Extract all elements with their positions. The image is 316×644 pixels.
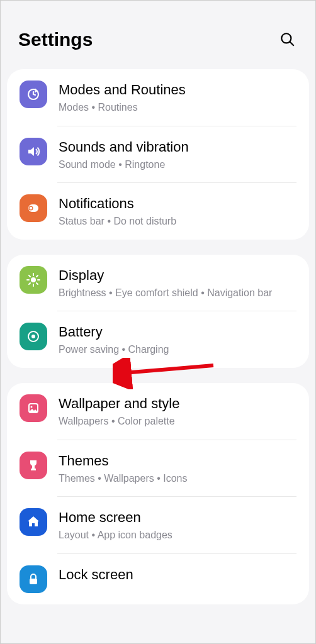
item-text: Battery Power saving • Charging [59, 323, 296, 357]
item-title: Lock screen [59, 567, 296, 583]
settings-item-wallpaper[interactable]: Wallpaper and style Wallpapers • Color p… [7, 383, 309, 440]
item-subtitle: Power saving • Charging [59, 343, 296, 357]
svg-point-18 [31, 406, 33, 408]
svg-line-11 [29, 275, 30, 277]
svg-line-12 [37, 283, 38, 284]
item-title: Themes [59, 453, 296, 469]
item-text: Home screen Layout • App icon badges [59, 508, 296, 542]
item-text: Wallpaper and style Wallpapers • Color p… [59, 394, 296, 428]
item-text: Modes and Routines Modes • Routines [59, 80, 296, 114]
item-subtitle: Sound mode • Ringtone [59, 158, 296, 172]
item-title: Display [59, 267, 296, 284]
settings-item-homescreen[interactable]: Home screen Layout • App icon badges [7, 497, 309, 553]
item-title: Sounds and vibration [59, 139, 296, 155]
item-text: Lock screen [59, 565, 296, 586]
lock-icon [20, 565, 47, 593]
home-icon [20, 508, 47, 536]
item-text: Notifications Status bar • Do not distur… [59, 194, 296, 228]
svg-rect-19 [30, 579, 37, 584]
modes-icon [20, 80, 47, 108]
svg-point-6 [31, 277, 36, 282]
themes-icon [20, 452, 47, 479]
item-title: Home screen [59, 509, 296, 526]
battery-icon [20, 323, 47, 350]
settings-item-modes[interactable]: Modes and Routines Modes • Routines [7, 69, 309, 126]
settings-group: Wallpaper and style Wallpapers • Color p… [7, 383, 309, 604]
settings-item-notifications[interactable]: Notifications Status bar • Do not distur… [7, 183, 309, 240]
item-subtitle: Status bar • Do not disturb [59, 214, 296, 228]
item-subtitle: Wallpapers • Color palette [59, 414, 296, 428]
svg-point-16 [31, 335, 35, 338]
svg-line-13 [29, 283, 30, 284]
item-title: Notifications [59, 196, 296, 212]
settings-group: Display Brightness • Eye comfort shield … [7, 255, 309, 368]
settings-item-display[interactable]: Display Brightness • Eye comfort shield … [7, 255, 309, 311]
page-title: Settings [18, 29, 93, 50]
settings-item-themes[interactable]: Themes Themes • Wallpapers • Icons [7, 440, 309, 497]
notifications-icon [20, 194, 47, 222]
settings-screen: Settings Modes and Routines Modes • Rout… [1, 1, 315, 643]
wallpaper-icon [20, 394, 47, 422]
item-text: Sounds and vibration Sound mode • Ringto… [59, 138, 296, 172]
settings-group: Modes and Routines Modes • Routines Soun… [7, 69, 309, 240]
settings-item-sounds[interactable]: Sounds and vibration Sound mode • Ringto… [7, 126, 309, 183]
search-icon [279, 31, 296, 48]
item-text: Display Brightness • Eye comfort shield … [59, 266, 296, 300]
item-text: Themes Themes • Wallpapers • Icons [59, 452, 296, 486]
sound-icon [20, 138, 47, 165]
item-subtitle: Modes • Routines [59, 101, 296, 114]
item-title: Battery [59, 324, 296, 340]
svg-point-0 [281, 33, 291, 43]
item-title: Modes and Routines [59, 82, 296, 98]
display-icon [20, 266, 47, 294]
settings-item-lockscreen[interactable]: Lock screen [7, 554, 309, 604]
search-button[interactable] [278, 30, 298, 50]
item-subtitle: Brightness • Eye comfort shield • Naviga… [59, 286, 296, 300]
svg-line-1 [290, 42, 294, 46]
settings-item-battery[interactable]: Battery Power saving • Charging [7, 311, 309, 368]
svg-point-5 [30, 207, 33, 210]
item-title: Wallpaper and style [59, 396, 296, 412]
header: Settings [1, 1, 315, 63]
svg-line-14 [37, 275, 38, 277]
item-subtitle: Themes • Wallpapers • Icons [59, 472, 296, 486]
item-subtitle: Layout • App icon badges [59, 528, 296, 542]
